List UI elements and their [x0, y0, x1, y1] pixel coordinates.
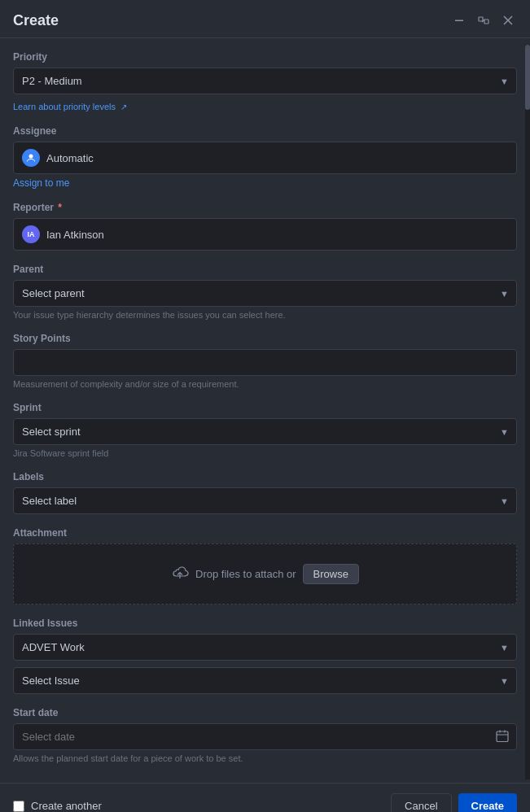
parent-hint: Your issue type hierarchy determines the… [13, 310, 517, 320]
footer-actions: Cancel Create [391, 793, 517, 812]
modal-header: Create [0, 0, 530, 38]
sprint-label: Sprint [13, 402, 517, 413]
create-another-container: Create another [13, 800, 391, 812]
labels-label: Labels [13, 471, 517, 482]
linked-issues-label: Linked Issues [13, 618, 517, 629]
svg-rect-0 [455, 20, 463, 22]
priority-field-group: Priority P2 - Medium P1 - High P3 - Low … [13, 51, 517, 112]
linked-issues-row: ADVET Work ▼ Select Issue ▼ [13, 634, 517, 694]
labels-select-wrapper: Select label ▼ [13, 487, 517, 514]
start-date-input[interactable] [13, 723, 517, 750]
linked-issues-issue-wrapper: Select Issue ▼ [13, 667, 517, 694]
story-points-label: Story Points [13, 333, 517, 344]
attachment-dropzone[interactable]: Drop files to attach or Browse [13, 544, 517, 605]
labels-select[interactable]: Select label [13, 487, 517, 514]
upload-cloud-icon [171, 565, 189, 583]
reporter-input[interactable]: IA Ian Atkinson [13, 218, 517, 251]
reporter-field-group: Reporter * IA Ian Atkinson [13, 202, 517, 251]
browse-button[interactable]: Browse [303, 564, 359, 584]
learn-priority-link[interactable]: Learn about priority levels [13, 102, 116, 111]
story-points-input[interactable] [13, 349, 517, 376]
start-date-hint: Allows the planned start date for a piec… [13, 753, 517, 763]
priority-select[interactable]: P2 - Medium P1 - High P3 - Low [13, 68, 517, 94]
linked-issues-field-group: Linked Issues ADVET Work ▼ Select Issue … [13, 618, 517, 694]
sprint-field-group: Sprint Select sprint ▼ Jira Software spr… [13, 402, 517, 458]
create-another-label: Create another [31, 800, 102, 812]
create-button[interactable]: Create [458, 793, 517, 812]
header-actions [450, 11, 517, 29]
svg-point-6 [29, 155, 33, 159]
assignee-label: Assignee [13, 125, 517, 137]
learn-priority-link-container: Learn about priority levels ↗ [13, 98, 517, 112]
story-points-field-group: Story Points Measurement of complexity a… [13, 333, 517, 389]
priority-label: Priority [13, 51, 517, 63]
priority-select-wrapper: P2 - Medium P1 - High P3 - Low ▼ [13, 68, 517, 94]
assignee-input[interactable]: Automatic [13, 142, 517, 174]
create-modal: Create [0, 0, 530, 812]
assignee-field-group: Assignee Automatic Assign to me [13, 125, 517, 189]
svg-rect-2 [484, 20, 488, 24]
parent-field-group: Parent Select parent ▼ Your issue type h… [13, 264, 517, 320]
story-points-hint: Measurement of complexity and/or size of… [13, 379, 517, 389]
parent-select-wrapper: Select parent ▼ [13, 280, 517, 307]
cancel-button[interactable]: Cancel [391, 793, 451, 812]
start-date-input-wrapper [13, 723, 517, 750]
start-date-label: Start date [13, 707, 517, 718]
assign-to-me-link[interactable]: Assign to me [13, 177, 69, 189]
modal-title: Create [13, 12, 59, 29]
parent-select[interactable]: Select parent [13, 280, 517, 307]
reporter-required-indicator: * [55, 202, 62, 213]
parent-label: Parent [13, 264, 517, 275]
assignee-value: Automatic [46, 152, 94, 164]
svg-rect-1 [479, 17, 483, 21]
create-another-checkbox[interactable] [13, 801, 24, 812]
reporter-avatar: IA [22, 225, 40, 243]
svg-rect-8 [497, 731, 508, 742]
attachment-label: Attachment [13, 527, 517, 539]
linked-issues-issue-select[interactable]: Select Issue [13, 667, 517, 694]
external-link-icon: ↗ [120, 103, 127, 111]
expand-button[interactable] [475, 11, 493, 29]
attachment-field-group: Attachment Drop files to attach or Brows… [13, 527, 517, 605]
modal-body: Priority P2 - Medium P1 - High P3 - Low … [0, 38, 530, 783]
minimize-button[interactable] [450, 11, 468, 29]
reporter-label: Reporter * [13, 202, 517, 213]
sprint-select-wrapper: Select sprint ▼ [13, 418, 517, 445]
labels-field-group: Labels Select label ▼ [13, 471, 517, 514]
calendar-icon [496, 729, 509, 744]
linked-issues-project-wrapper: ADVET Work ▼ [13, 634, 517, 661]
scrollbar-thumb [525, 45, 530, 110]
close-button[interactable] [499, 11, 517, 29]
sprint-select[interactable]: Select sprint [13, 418, 517, 445]
scrollbar[interactable] [525, 45, 530, 779]
drop-files-text: Drop files to attach or [195, 568, 296, 580]
modal-footer: Create another Cancel Create [0, 783, 530, 812]
start-date-field-group: Start date Allows the planned start date… [13, 707, 517, 763]
linked-issues-project-select[interactable]: ADVET Work [13, 634, 517, 661]
assignee-avatar [22, 149, 40, 167]
sprint-hint: Jira Software sprint field [13, 448, 517, 458]
reporter-value: Ian Atkinson [46, 229, 104, 241]
